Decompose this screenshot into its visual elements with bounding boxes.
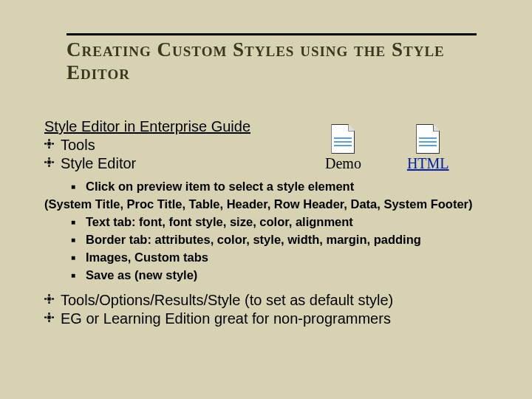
svg-rect-5 — [47, 160, 50, 163]
svg-rect-4 — [52, 143, 54, 144]
sub-list-item: ■ Text tab: font, font style, size, colo… — [71, 214, 502, 231]
square-bullet-icon: ■ — [71, 214, 86, 228]
list-item: Tools/Options/Results/Style (to set as d… — [44, 292, 502, 309]
svg-rect-17 — [48, 319, 50, 321]
svg-rect-13 — [44, 298, 47, 299]
sub-list-item-text: Click on preview item to select a style … — [86, 178, 354, 196]
sub-list-item-text: Images, Custom tabs — [86, 249, 208, 267]
svg-rect-10 — [47, 297, 50, 300]
sub-list-item: ■ Images, Custom tabs — [71, 249, 502, 267]
svg-rect-14 — [52, 298, 54, 299]
svg-rect-7 — [48, 165, 50, 167]
sub-list-item-text: Text tab: font, font style, size, color,… — [86, 214, 353, 231]
sub-list-item: ■ Save as (new style) — [71, 267, 502, 284]
svg-rect-0 — [47, 142, 50, 145]
intro-heading: Style Editor in Enterprise Guide — [44, 118, 502, 135]
crosshair-bullet-icon — [44, 137, 61, 149]
list-item-text: Tools/Options/Results/Style (to set as d… — [61, 292, 393, 309]
list-item: Style Editor — [44, 155, 502, 172]
sub-list-item: ■ Border tab: attributes, color, style, … — [71, 231, 502, 249]
svg-rect-12 — [48, 301, 50, 303]
svg-rect-1 — [48, 139, 50, 141]
sub-list: ■ Click on preview item to select a styl… — [71, 178, 502, 284]
svg-rect-19 — [52, 316, 54, 318]
square-bullet-icon: ■ — [71, 267, 86, 282]
sub-list-item-text: (System Title, Proc Title, Table, Header… — [44, 196, 473, 214]
svg-rect-18 — [44, 316, 47, 318]
svg-rect-6 — [48, 157, 50, 160]
slide-title: Creating Custom Styles using the Style E… — [66, 38, 477, 84]
svg-rect-8 — [44, 161, 47, 163]
title-rule — [66, 33, 477, 35]
square-bullet-icon: ■ — [71, 178, 86, 193]
svg-rect-9 — [52, 161, 54, 163]
square-bullet-icon: ■ — [71, 231, 86, 246]
sub-list-item-text: Border tab: attributes, color, style, wi… — [86, 231, 421, 249]
list-item-text: Tools — [61, 137, 95, 154]
list-item: EG or Learning Edition great for non-pro… — [44, 310, 502, 327]
slide-body: Style Editor in Enterprise Guide Tools S… — [44, 118, 502, 329]
sub-list-item-continuation: (System Title, Proc Title, Table, Header… — [71, 196, 502, 214]
list-item-text: EG or Learning Edition great for non-pro… — [61, 310, 391, 327]
list-item-text: Style Editor — [61, 155, 136, 172]
svg-rect-2 — [48, 146, 50, 149]
svg-rect-15 — [47, 316, 50, 318]
list-item: Tools — [44, 137, 502, 154]
crosshair-bullet-icon — [44, 292, 61, 304]
crosshair-bullet-icon — [44, 155, 61, 167]
svg-rect-11 — [48, 294, 50, 296]
crosshair-bullet-icon — [44, 310, 61, 322]
svg-rect-16 — [48, 313, 50, 315]
svg-rect-3 — [44, 143, 47, 144]
sub-list-item: ■ Click on preview item to select a styl… — [71, 178, 502, 196]
sub-list-item-text: Save as (new style) — [86, 267, 197, 284]
square-bullet-icon: ■ — [71, 249, 86, 264]
